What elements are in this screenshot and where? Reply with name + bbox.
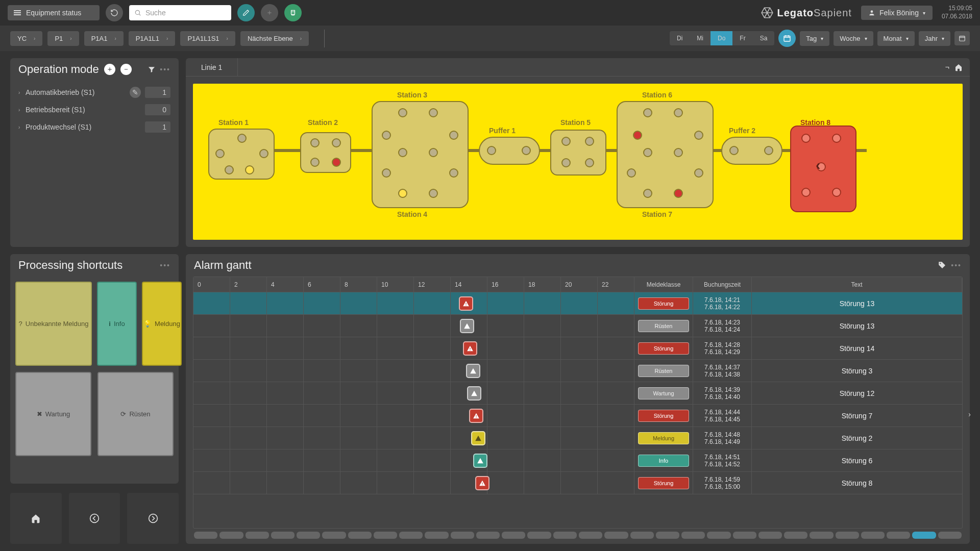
gantt-row[interactable]: Wartung7.6.18, 14:397.6.18, 14:40Störung… [193,382,962,405]
scroll-seg[interactable] [579,532,602,539]
scroll-seg[interactable] [810,532,833,539]
scroll-seg[interactable] [527,532,551,539]
tab-linie1[interactable]: Linie 1 [186,58,238,76]
station-3-4[interactable] [372,101,469,208]
scroll-seg[interactable] [297,532,320,539]
gantt-row[interactable]: Störung7.6.18, 14:217.6.18, 14:22Störung… [193,292,962,315]
alarm-marker[interactable] [473,454,487,468]
alarm-marker[interactable] [475,476,489,490]
day-picker[interactable]: DiMiDoFrSa [670,31,774,45]
home-icon[interactable] [954,63,963,71]
alarm-marker[interactable] [469,409,483,423]
puffer-1[interactable] [479,137,540,165]
scroll-seg[interactable] [604,532,628,539]
puffer-2[interactable] [721,137,782,165]
refresh-button[interactable] [106,4,123,21]
scroll-seg[interactable] [784,532,807,539]
scroll-seg[interactable] [938,532,962,539]
day-Di[interactable]: Di [670,31,690,45]
scroll-seg[interactable] [630,532,654,539]
station-8[interactable]: ‹ [790,126,856,212]
scroll-seg[interactable] [194,532,217,539]
scroll-seg[interactable] [219,532,243,539]
tile-meldung[interactable]: 💡Meldung [142,282,182,366]
alarm-marker[interactable] [471,431,485,445]
scroll-seg[interactable] [707,532,730,539]
day-Fr[interactable]: Fr [732,31,752,45]
range-monat[interactable]: Monat▾ [877,31,915,46]
station-6-7[interactable] [617,101,714,208]
alarm-marker[interactable] [463,341,477,356]
op-row[interactable]: ›Produktwechsel (S1)✎1 [15,118,174,136]
invert-icon[interactable]: ¬ [945,63,949,71]
tile-ruesten[interactable]: ⟳Rüsten [97,372,174,456]
scroll-seg[interactable] [348,532,372,539]
search-input[interactable]: Suche [129,5,231,20]
calendar-button[interactable] [778,30,796,47]
nav-back[interactable] [69,493,120,544]
range-tag[interactable]: Tag▾ [800,31,829,46]
next-level-button[interactable]: Nächste Ebene› [240,31,309,46]
alarm-marker[interactable] [459,296,473,311]
op-row[interactable]: ›Betriebsbereit (S1)✎0 [15,101,174,118]
collapse-icon[interactable]: － [120,64,132,75]
station-1[interactable] [208,129,275,180]
gantt-row[interactable]: Störung7.6.18, 14:447.6.18, 14:45Störung… [193,405,962,427]
gantt-row[interactable]: Störung7.6.18, 14:597.6.18, 15:00Störung… [193,472,962,494]
scroll-seg[interactable] [733,532,756,539]
scroll-seg[interactable] [887,532,910,539]
nav-forward[interactable] [127,493,179,544]
op-row[interactable]: ›Automatikbetrieb (S1)✎1 [15,84,174,101]
scroll-seg[interactable] [758,532,782,539]
gantt-row[interactable]: Störung7.6.18, 14:287.6.18, 14:29Störung… [193,337,962,360]
calendar-icon-button[interactable] [954,31,970,45]
scroll-seg[interactable] [656,532,679,539]
gantt-row[interactable]: Rüsten7.6.18, 14:377.6.18, 14:38Störung … [193,360,962,382]
user-menu[interactable]: Felix Böning ▾ [861,6,933,20]
scroll-seg[interactable] [399,532,423,539]
add-button[interactable]: ＋ [261,4,278,21]
filter-icon[interactable] [148,65,156,73]
equipment-status-button[interactable]: Equipment status [8,5,100,20]
more-icon[interactable]: ••• [160,261,170,269]
scroll-seg[interactable] [681,532,705,539]
gantt-row[interactable]: Info7.6.18, 14:517.6.18, 14:52Störung 6 [193,449,962,472]
edit-icon[interactable]: ✎ [130,87,141,98]
breadcrumb-item[interactable]: P1A1L1› [129,31,176,46]
gantt-row[interactable]: Rüsten7.6.18, 14:237.6.18, 14:24Störung … [193,315,962,337]
breadcrumb-item[interactable]: YC› [10,31,42,46]
more-icon[interactable]: ••• [951,261,962,269]
scroll-seg[interactable] [322,532,346,539]
nav-home[interactable] [10,493,62,544]
tag-icon[interactable] [938,261,947,270]
alarm-marker[interactable] [460,319,474,333]
scroll-seg[interactable] [912,532,936,539]
day-Sa[interactable]: Sa [753,31,775,45]
tile-info[interactable]: iInfo [97,282,137,366]
scroll-seg[interactable] [425,532,448,539]
day-Do[interactable]: Do [710,31,732,45]
expand-icon[interactable]: ＋ [104,64,115,75]
station-5[interactable] [550,130,606,176]
scroll-seg[interactable] [246,532,269,539]
gantt-row[interactable]: Meldung7.6.18, 14:487.6.18, 14:49Störung… [193,427,962,449]
scroll-seg[interactable] [451,532,474,539]
scroll-seg[interactable] [271,532,295,539]
breadcrumb-item[interactable]: P1› [47,31,79,46]
scroll-seg[interactable] [861,532,885,539]
alarm-marker[interactable] [466,364,480,378]
range-woche[interactable]: Woche▾ [834,31,873,46]
tile-unknown[interactable]: ?Unbekannte Meldung [15,282,92,366]
breadcrumb-item[interactable]: P1A1› [84,31,124,46]
more-icon[interactable]: ••• [160,65,170,73]
scroll-seg[interactable] [502,532,525,539]
scroll-seg[interactable] [553,532,577,539]
breadcrumb-item[interactable]: P1A1L1S1› [180,31,235,46]
scroll-right-icon[interactable]: › [968,410,971,418]
station-2[interactable] [300,132,351,173]
edit-button[interactable] [237,4,255,21]
scroll-seg[interactable] [836,532,859,539]
tile-wartung[interactable]: ✖Wartung [15,372,91,456]
day-Mi[interactable]: Mi [690,31,710,45]
scroll-seg[interactable] [374,532,397,539]
